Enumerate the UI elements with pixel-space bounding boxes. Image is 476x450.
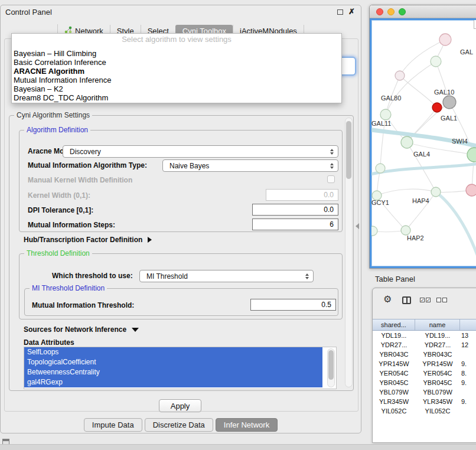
table-cell: YBR043C — [415, 350, 460, 359]
manual-kernel-width-checkbox[interactable] — [327, 175, 335, 183]
dropdown-item[interactable]: Bayesian – Hill Climbing — [12, 49, 341, 58]
selected-value: Naive Bayes — [169, 162, 209, 170]
network-edge[interactable] — [449, 102, 474, 155]
network-node[interactable] — [371, 226, 377, 236]
select-all-icon[interactable]: ✓✓ — [420, 298, 431, 302]
table-row[interactable]: YLR345W YLR345W 9. — [373, 397, 476, 406]
table-row[interactable]: YBR043C YBR043C — [373, 350, 476, 359]
dropdown-item[interactable]: Bayesian – K2 — [12, 84, 341, 93]
network-edge[interactable] — [371, 163, 476, 175]
network-node[interactable] — [401, 226, 410, 235]
hub-tf-definition-expander[interactable]: Hub/Transcription Factor Definition — [24, 236, 152, 244]
group-title: Cyni Algorithm Settings — [14, 111, 92, 119]
mi-threshold-input[interactable]: 0.5 — [250, 299, 336, 311]
network-node[interactable] — [395, 71, 405, 80]
table-row[interactable]: YBR045C YBR045C 9. — [373, 378, 476, 387]
table-cell: 9. — [460, 397, 476, 406]
tab-discretize-data[interactable]: Discretize Data — [145, 418, 213, 432]
list-item[interactable]: BetweennessCentrality — [24, 367, 322, 377]
table-row[interactable]: YDR27... YDR27... 12 — [373, 340, 476, 350]
control-panel-window: Control Panel ✗ Network Style Select Cyn… — [0, 5, 361, 433]
network-edge[interactable] — [400, 76, 437, 107]
deselect-all-icon[interactable] — [436, 298, 447, 302]
dropdown-item[interactable]: Basic Correlation Inference — [12, 58, 341, 67]
field-value: 0.5 — [321, 301, 331, 309]
combo-arrows-icon — [330, 163, 334, 169]
combo-arrows-icon — [305, 273, 309, 279]
settings-scrollbar[interactable] — [345, 118, 353, 387]
network-edge[interactable] — [386, 61, 436, 115]
table-row[interactable]: YIL052C YIL052C — [373, 406, 476, 416]
aracne-mode-select[interactable]: Discovery — [63, 145, 338, 158]
apply-button[interactable]: Apply — [159, 399, 201, 412]
list-scrollbar[interactable] — [327, 348, 335, 387]
settings-scrollbar-thumb[interactable] — [346, 121, 351, 179]
list-item[interactable]: SelfLoops — [24, 347, 322, 357]
dropdown-item[interactable]: Mutual Information Inference — [12, 76, 341, 84]
table-cell: YDR27... — [373, 340, 415, 350]
table-cell — [460, 387, 476, 397]
table-cell: YIL052C — [373, 406, 415, 416]
table-row[interactable]: YBL079W YBL079W — [373, 387, 476, 397]
table-row[interactable]: YDL19... YDL19... 13 — [373, 331, 476, 340]
float-panel-icon[interactable] — [337, 9, 343, 15]
zoom-window-icon[interactable] — [399, 8, 406, 15]
network-node[interactable] — [380, 109, 391, 120]
network-view-window: GALGAL80GAL10GAL1GAL11SWI4GAL4GCY1HAP4HA… — [369, 5, 476, 269]
network-node[interactable] — [431, 56, 441, 67]
column-visibility-icon[interactable] — [402, 296, 411, 304]
collapse-arrow-icon[interactable] — [132, 328, 139, 332]
network-node[interactable] — [432, 103, 442, 112]
minimize-window-icon[interactable] — [387, 8, 395, 15]
mi-algorithm-type-select[interactable]: Naive Bayes — [162, 159, 338, 172]
network-canvas[interactable]: GALGAL80GAL10GAL1GAL11SWI4GAL4GCY1HAP4HA… — [371, 20, 476, 268]
network-node[interactable] — [431, 187, 441, 197]
table-cell: YDR27... — [415, 340, 460, 350]
settings-gear-icon[interactable]: ⚙ — [383, 294, 392, 305]
table-cell — [460, 350, 476, 359]
table-panel-title: Table Panel — [375, 275, 415, 283]
network-node[interactable] — [401, 136, 413, 148]
list-item[interactable]: gal4RGexp — [24, 377, 322, 387]
network-node[interactable] — [439, 34, 451, 45]
dpi-tolerance-input[interactable]: 0.0 — [252, 204, 338, 216]
kernel-width-input[interactable]: 0.0 — [266, 189, 338, 201]
column-header-name[interactable]: name — [415, 319, 460, 330]
sources-expander[interactable]: Sources for Network Inference — [24, 325, 139, 334]
table-cell: YBL079W — [373, 387, 415, 397]
close-window-icon[interactable] — [376, 8, 383, 15]
close-panel-icon[interactable]: ✗ — [348, 7, 355, 16]
network-edge[interactable] — [377, 189, 436, 195]
mi-threshold-definition-group: MI Threshold Definition Mutual Informati… — [24, 288, 338, 316]
network-node-label: GAL — [460, 48, 473, 56]
expand-arrow-icon[interactable] — [148, 237, 152, 243]
network-node-label: HAP4 — [412, 197, 429, 204]
table-row[interactable]: YPR145W YPR145W 9. — [373, 359, 476, 369]
dropdown-item-selected[interactable]: ARACNE Algorithm — [12, 67, 341, 76]
table-cell: 8. — [460, 369, 476, 378]
network-node[interactable] — [443, 96, 456, 109]
dropdown-item[interactable]: Dream8 DC_TDC Algorithm — [12, 93, 341, 102]
network-node[interactable] — [467, 148, 476, 162]
network-node[interactable] — [466, 184, 476, 196]
list-scrollbar-thumb[interactable] — [328, 350, 334, 380]
table-cell: 12 — [460, 340, 476, 350]
list-item[interactable]: TopologicalCoefficient — [24, 357, 322, 367]
table-cell: YBL079W — [415, 387, 460, 397]
panel-collapse-arrow[interactable] — [356, 223, 359, 229]
mi-steps-input[interactable]: 6 — [252, 219, 338, 230]
tab-infer-network[interactable]: Infer Network — [216, 418, 278, 432]
column-header-partial[interactable] — [460, 319, 476, 330]
table-cell: YDL19... — [373, 331, 415, 340]
table-row[interactable]: YER054C YER054C 8. — [373, 369, 476, 378]
table-cell: YER054C — [415, 369, 460, 378]
table-cell: 9. — [460, 378, 476, 387]
column-header-shared-name[interactable]: shared... — [373, 319, 415, 330]
algorithm-definition-group: Algorithm Definition Aracne Mode: Discov… — [19, 130, 343, 232]
threshold-type-select[interactable]: MI Threshold — [139, 270, 314, 282]
network-node[interactable] — [376, 164, 385, 173]
screen: Control Panel ✗ Network Style Select Cyn… — [0, 0, 476, 450]
table-cell: YER054C — [373, 369, 415, 378]
network-edge[interactable] — [436, 192, 476, 256]
tab-impute-data[interactable]: Impute Data — [84, 418, 142, 432]
